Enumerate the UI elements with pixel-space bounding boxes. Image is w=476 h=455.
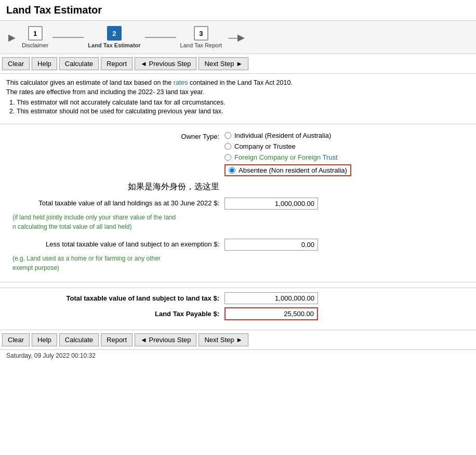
option-absentee[interactable]: Absentee (Non resident of Australia) <box>224 164 351 176</box>
step-2-label: Land Tax Estimator <box>88 42 140 48</box>
report-button[interactable]: Report <box>101 57 133 70</box>
help-button[interactable]: Help <box>32 57 57 70</box>
annotation-row: 如果是海外身份，选这里 <box>6 181 470 192</box>
stepper-end-arrow: —▶ <box>228 32 245 43</box>
less-exemption-input[interactable] <box>224 239 318 251</box>
less-exemption-label: Less total taxable value of land subject… <box>6 240 224 249</box>
rates-link[interactable]: rates <box>174 79 188 86</box>
land-tax-label: Land Tax Payable $: <box>6 310 224 318</box>
total-subject-input[interactable] <box>224 292 318 304</box>
info-line1: This calculator gives an estimate of lan… <box>6 79 470 86</box>
calculate-button[interactable]: Calculate <box>59 57 99 70</box>
clear-button[interactable]: Clear <box>2 57 30 70</box>
sub-text-2: n calculating the total value of all lan… <box>6 222 470 233</box>
option-company[interactable]: Company or Trustee <box>224 142 351 150</box>
radio-absentee[interactable] <box>229 167 235 174</box>
radio-individual[interactable] <box>224 132 231 139</box>
owner-type-options: Individual (Resident of Australia) Compa… <box>224 132 351 176</box>
next-step-button-bottom[interactable]: Next Step ► <box>199 333 248 346</box>
option-company-label: Company or Trustee <box>234 142 296 150</box>
annotation-label: 如果是海外身份，选这里 <box>6 181 224 192</box>
total-taxable-label: Total taxable value of all land holdings… <box>6 199 224 208</box>
step-1: 1 Disclaimer <box>22 26 48 48</box>
prev-step-button-top[interactable]: ◄ Previous Step <box>135 57 196 70</box>
info-note1: This estimator will not accurately calcu… <box>17 99 470 106</box>
owner-type-label: Owner Type: <box>6 132 224 140</box>
form-section: Owner Type: Individual (Resident of Aust… <box>0 126 476 280</box>
info-note2: This estimator should not be used for ca… <box>17 108 470 115</box>
total-taxable-input[interactable] <box>224 198 318 210</box>
radio-foreign[interactable] <box>224 154 231 161</box>
owner-type-row: Owner Type: Individual (Resident of Aust… <box>6 132 470 176</box>
divider-1 <box>0 124 476 124</box>
info-line2: The rates are effective from and includi… <box>6 88 470 96</box>
trust-link[interactable]: Trust <box>323 153 338 161</box>
step-line-1 <box>52 37 84 38</box>
option-individual-label: Individual (Resident of Australia) <box>234 132 331 139</box>
report-button-bottom[interactable]: Report <box>101 333 133 346</box>
step-3: 3 Land Tax Report <box>180 26 222 48</box>
next-step-button-top[interactable]: Next Step ► <box>199 57 248 70</box>
divider-2 <box>0 282 476 282</box>
stepper-start-arrow: ▶ <box>8 32 16 43</box>
info-list: This estimator will not accurately calcu… <box>17 99 470 115</box>
less-exemption-row: Less total taxable value of land subject… <box>6 239 470 251</box>
step-line-2 <box>145 37 176 38</box>
top-toolbar: Clear Help Calculate Report ◄ Previous S… <box>0 54 476 74</box>
option-individual[interactable]: Individual (Resident of Australia) <box>224 132 351 139</box>
step-2: 2 Land Tax Estimator <box>88 26 140 48</box>
step-2-num: 2 <box>107 26 122 41</box>
clear-button-bottom[interactable]: Clear <box>2 333 30 346</box>
help-button-bottom[interactable]: Help <box>32 333 57 346</box>
total-taxable-row: Total taxable value of all land holdings… <box>6 198 470 210</box>
radio-company[interactable] <box>224 143 231 150</box>
step-1-label: Disclaimer <box>22 42 48 48</box>
info-section: This calculator gives an estimate of lan… <box>0 74 476 122</box>
option-foreign-label: Foreign Company or Foreign Trust <box>234 153 338 161</box>
option-foreign[interactable]: Foreign Company or Foreign Trust <box>224 153 351 161</box>
option-absentee-label: Absentee (Non resident of Australia) <box>239 166 347 174</box>
results-section: Total taxable value of land subject to l… <box>0 288 476 328</box>
bottom-toolbar: Clear Help Calculate Report ◄ Previous S… <box>0 330 476 350</box>
total-subject-label: Total taxable value of land subject to l… <box>6 294 224 302</box>
timestamp: Saturday, 09 July 2022 00:10:32 <box>0 350 476 361</box>
land-tax-input[interactable] <box>224 307 318 320</box>
stepper: ▶ 1 Disclaimer 2 Land Tax Estimator 3 La… <box>0 20 476 54</box>
step-1-num: 1 <box>28 26 43 41</box>
land-tax-row: Land Tax Payable $: <box>6 307 470 320</box>
sub-text-4: exempt purpose) <box>6 263 470 275</box>
step-3-num: 3 <box>194 26 208 41</box>
calculate-button-bottom[interactable]: Calculate <box>59 333 99 346</box>
prev-step-button-bottom[interactable]: ◄ Previous Step <box>135 333 196 346</box>
page-title: Land Tax Estimator <box>0 0 476 20</box>
step-3-label: Land Tax Report <box>180 42 222 48</box>
total-subject-row: Total taxable value of land subject to l… <box>6 292 470 304</box>
